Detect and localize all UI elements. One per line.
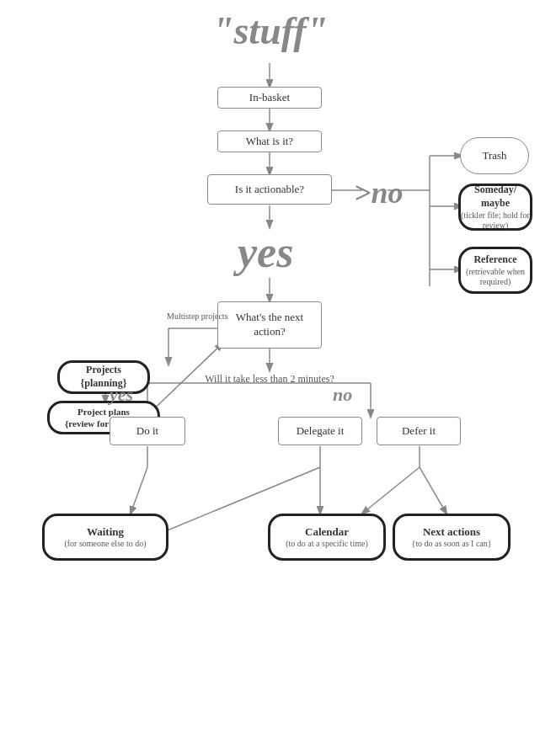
no-small-label: no <box>333 384 352 406</box>
calendar-label: Calendar <box>305 525 349 540</box>
no-big-label: >no <box>354 175 404 210</box>
waiting-sublabel: (for someone else to do) <box>64 539 146 549</box>
projects-node: Projects {planning} <box>57 360 150 394</box>
svg-line-29 <box>420 467 446 514</box>
whats-next-label: What's the next action? <box>236 311 303 339</box>
waiting-node: Waiting (for someone else to do) <box>42 514 168 561</box>
waiting-label: Waiting <box>87 525 124 540</box>
what-is-it-label: What is it? <box>246 135 293 149</box>
svg-line-23 <box>131 467 147 514</box>
next-actions-node: Next actions {to do as soon as I can} <box>393 514 511 561</box>
next-actions-sublabel: {to do as soon as I can} <box>411 539 491 549</box>
do-it-node: Do it <box>110 417 185 445</box>
is-actionable-node: Is it actionable? <box>207 174 332 205</box>
trash-label: Trash <box>482 149 506 163</box>
diagram: "stuff" <box>0 0 540 756</box>
calendar-sublabel: (to do at a specific time) <box>286 539 367 549</box>
svg-line-28 <box>362 467 420 514</box>
delegate-it-label: Delegate it <box>297 424 345 439</box>
trash-node: Trash <box>460 137 529 174</box>
in-basket-node: In-basket <box>217 87 322 109</box>
is-actionable-label: Is it actionable? <box>235 183 304 197</box>
someday-sublabel: (tickler file; hold for review) <box>461 210 530 231</box>
will-it-take-label: Will it take less than 2 minutes? <box>147 370 392 386</box>
do-it-label: Do it <box>136 424 158 439</box>
yes-small-label: yes <box>110 384 133 406</box>
defer-it-label: Defer it <box>402 424 436 439</box>
title-stuff: "stuff" <box>212 8 328 53</box>
multistep-label: Multistep projects <box>167 311 228 321</box>
next-actions-label: Next actions <box>423 525 480 540</box>
whats-next-node: What's the next action? <box>217 301 322 349</box>
in-basket-label: In-basket <box>249 91 290 105</box>
defer-it-node: Defer it <box>377 417 461 445</box>
someday-label: Someday/ maybe <box>461 184 530 210</box>
reference-sublabel: (retrievable when required) <box>461 267 530 287</box>
reference-label: Reference <box>473 253 516 267</box>
delegate-it-node: Delegate it <box>278 417 362 445</box>
someday-node: Someday/ maybe (tickler file; hold for r… <box>458 184 532 231</box>
reference-node: Reference (retrievable when required) <box>458 247 532 294</box>
yes-big-label: yes <box>238 227 293 277</box>
what-is-it-node: What is it? <box>217 130 322 152</box>
calendar-node: Calendar (to do at a specific time) <box>268 514 386 561</box>
